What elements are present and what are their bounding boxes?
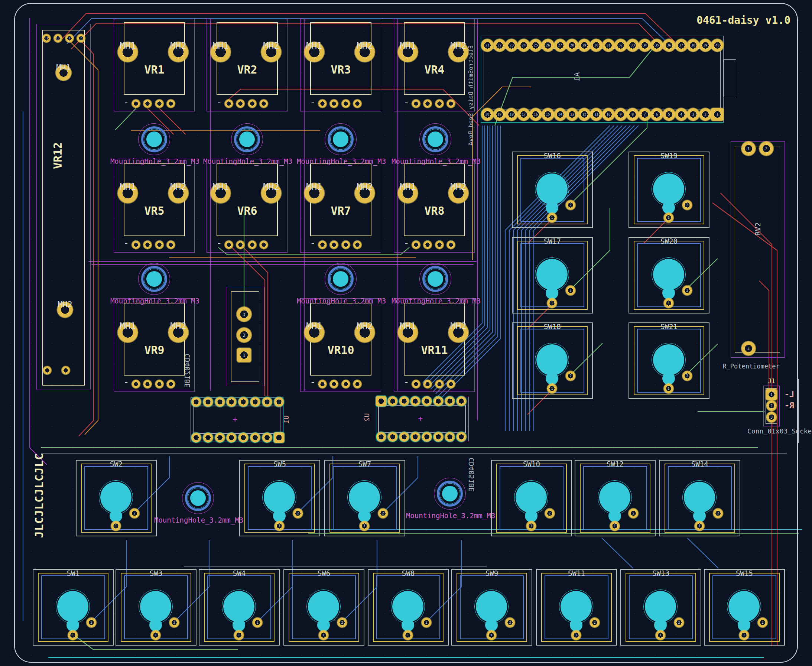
socket-pad[interactable]	[433, 396, 443, 406]
socket-pad[interactable]	[422, 396, 432, 406]
footprint-SW5[interactable]: SW512	[239, 460, 322, 539]
footprint-SW21[interactable]: SW2112	[629, 322, 711, 401]
pin-pad[interactable]	[330, 241, 338, 249]
switch-pad-2[interactable]: 2	[505, 618, 515, 627]
header-pad[interactable]: 20	[481, 108, 494, 121]
switch-pad-1[interactable]: 1	[275, 521, 284, 531]
pin-pad[interactable]	[132, 241, 140, 249]
switch-pad-1[interactable]: 1	[664, 384, 674, 393]
pin-pad[interactable]	[248, 241, 256, 249]
switch-pad-1[interactable]: 1	[695, 521, 704, 531]
switch-pad-1[interactable]: 1	[656, 630, 665, 640]
pin-pad[interactable]	[353, 241, 361, 249]
footprint-U1[interactable]: +U1	[191, 397, 306, 446]
mounting-hole[interactable]	[324, 123, 358, 157]
pin-pad[interactable]: 2	[77, 34, 85, 42]
pin-pad[interactable]	[447, 241, 455, 249]
header-pad[interactable]: 14	[554, 108, 567, 121]
switch-pad-2[interactable]: 2	[566, 286, 575, 295]
footprint-RV2[interactable]: 123RV2	[731, 141, 805, 373]
pin-pad[interactable]	[167, 380, 175, 388]
pin-pad[interactable]	[435, 241, 443, 249]
footprint-SW16[interactable]: SW1612	[512, 152, 594, 230]
switch-pad-1[interactable]: 1	[739, 630, 749, 640]
footprint-SW14[interactable]: SW1412	[659, 460, 742, 539]
socket-pad[interactable]	[191, 397, 201, 407]
pin-pad[interactable]	[260, 99, 268, 108]
pin-pad[interactable]	[155, 380, 163, 388]
footprint-SW11[interactable]: SW1112	[536, 569, 618, 648]
switch-pad-1[interactable]: 1	[403, 630, 413, 640]
header-pad[interactable]: 7	[639, 108, 651, 121]
footprint-SW1[interactable]: SW112	[33, 569, 115, 648]
header-pad[interactable]: 1	[711, 108, 724, 121]
pin-pad[interactable]	[423, 99, 432, 108]
pin-pad[interactable]	[43, 366, 51, 374]
pin-pad[interactable]: 3	[741, 341, 756, 356]
socket-pad[interactable]	[376, 432, 386, 442]
header-pad[interactable]: 2	[699, 108, 712, 121]
footprint-SW8[interactable]: SW812	[368, 569, 450, 648]
footprint-A1[interactable]: 2120221923182417251626152714281329123011…	[481, 36, 748, 129]
switch-pad-1[interactable]: 1	[547, 213, 557, 223]
pin-pad[interactable]	[155, 241, 163, 249]
pin-pad[interactable]	[236, 241, 244, 249]
socket-pad[interactable]	[388, 396, 397, 406]
footprint-VR2[interactable]: MH1MH2VR2-	[206, 18, 289, 117]
header-pad[interactable]: 26	[542, 39, 554, 52]
header-pad[interactable]: 32	[614, 39, 627, 52]
mounting-hole[interactable]	[434, 478, 467, 511]
header-pad[interactable]: 13	[566, 108, 578, 121]
pin-pad[interactable]	[155, 99, 163, 108]
mounting-hole[interactable]	[182, 482, 216, 516]
switch-pad-2[interactable]: 2	[713, 508, 723, 518]
footprint-trim-pot[interactable]: 321	[226, 287, 267, 389]
pin-pad[interactable]	[248, 99, 256, 108]
socket-pad[interactable]	[250, 433, 260, 442]
socket-pad[interactable]	[262, 397, 272, 407]
switch-pad-1[interactable]: 1	[319, 630, 328, 640]
socket-pad[interactable]	[456, 432, 466, 442]
pin-pad[interactable]	[143, 241, 152, 249]
socket-pad[interactable]	[215, 433, 225, 442]
switch-pad-2[interactable]: 2	[130, 508, 139, 518]
pin-pad[interactable]	[225, 99, 233, 108]
header-pad[interactable]: 17	[517, 108, 530, 121]
footprint-SW12[interactable]: SW1212	[575, 460, 657, 539]
pin-pad[interactable]	[342, 380, 350, 388]
header-pad[interactable]: 9	[614, 108, 627, 121]
footprint-VR7[interactable]: MH1MH2VR7-	[300, 159, 382, 258]
switch-pad-1[interactable]: 1	[571, 630, 581, 640]
pin-pad[interactable]: L2	[54, 34, 62, 42]
socket-pad[interactable]	[250, 397, 260, 407]
switch-pad-1[interactable]: 1	[68, 630, 77, 640]
footprint-SW13[interactable]: SW1312	[620, 569, 703, 648]
pin-pad[interactable]: 1	[766, 389, 777, 400]
switch-pad-2[interactable]: 2	[337, 618, 347, 627]
pin-pad[interactable]: 1	[65, 34, 74, 42]
pin-pad[interactable]	[62, 366, 70, 374]
mounting-hole[interactable]	[419, 123, 453, 157]
switch-pad-2[interactable]: 2	[566, 371, 575, 381]
switch-pad-2[interactable]: 2	[682, 200, 692, 210]
header-pad[interactable]: 10	[602, 108, 615, 121]
pin-pad[interactable]	[330, 99, 338, 108]
footprint-SW2[interactable]: SW212	[76, 460, 158, 539]
pin-pad[interactable]	[143, 380, 152, 388]
footprint-VR12[interactable]: L1L212MH1MH2VR12	[36, 24, 96, 393]
header-pad[interactable]: 21	[481, 39, 494, 52]
footprint-SW7[interactable]: SW712	[324, 460, 407, 539]
header-pad[interactable]: 38	[687, 39, 700, 52]
pin-pad[interactable]	[412, 99, 420, 108]
socket-pad[interactable]	[445, 396, 455, 406]
footprint-VR11[interactable]: MH1MH2VR11-	[394, 298, 476, 397]
pin-pad[interactable]	[330, 380, 338, 388]
mounting-hole[interactable]	[138, 123, 171, 157]
header-pad[interactable]: 8	[626, 108, 639, 121]
pin-pad[interactable]	[132, 99, 140, 108]
pin-pad[interactable]	[412, 241, 420, 249]
switch-pad-1[interactable]: 1	[526, 521, 536, 531]
mounting-hole[interactable]	[231, 123, 265, 157]
footprint-VR1[interactable]: MH1MH2VR1-	[114, 18, 196, 117]
footprint-SW9[interactable]: SW912	[451, 569, 534, 648]
